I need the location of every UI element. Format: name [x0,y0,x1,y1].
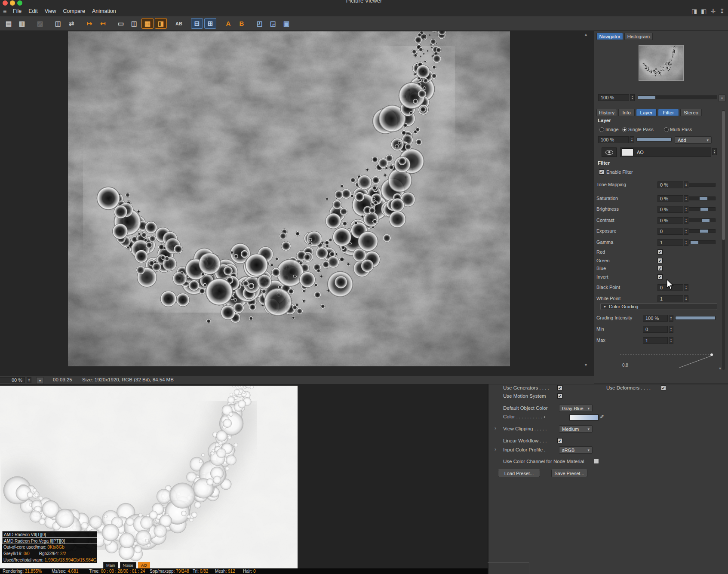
image-viewport[interactable]: ▴ ▾ [0,31,594,376]
load-preset-button[interactable]: Load Preset... [498,470,540,477]
menu-hamburger-icon[interactable]: ≡ [0,8,9,15]
tab-history[interactable]: History [596,109,617,116]
filter-contrast-stepper[interactable] [684,217,688,224]
radio-multi-pass[interactable] [664,127,669,132]
move-to-a-icon[interactable]: ↦ [83,18,95,29]
slider-thumb[interactable] [700,208,708,211]
layer-opacity-slider[interactable] [636,138,672,141]
close-window-button[interactable] [3,0,8,6]
menu-compare[interactable]: Compare [60,8,89,14]
attr-use-color-channel-for-node-material-checkbox[interactable] [594,459,599,464]
menu-edit[interactable]: Edit [25,8,41,14]
tab-filter[interactable]: Filter [658,109,679,116]
pan-arrows-icon[interactable]: ✛ [711,8,716,15]
toggle-layout-icon[interactable]: ◧ [701,8,706,15]
save-image-icon[interactable]: ↧ [719,8,725,15]
rendered-image[interactable] [68,31,510,366]
layer-visibility-toggle[interactable] [602,147,617,157]
navigator-zoom-stepper[interactable] [630,94,635,101]
view-single-icon[interactable]: ▭ [115,18,127,29]
radio-image[interactable] [599,127,604,132]
slider-thumb[interactable] [702,219,710,222]
attr-default-object-color-dropdown[interactable]: Gray-Blue [559,405,593,412]
filter-tone-mapping-slider[interactable] [689,183,716,187]
panel-scrollbar-thumb[interactable] [722,111,725,240]
toggle-right-panel-icon[interactable]: ◨ [691,8,697,15]
grading-scroll-down-icon[interactable]: ▾ [719,366,721,371]
save-file-icon[interactable]: ▥ [16,18,28,29]
panel-scroll-down-icon[interactable]: ▾ [585,363,587,367]
grading-max-stepper[interactable] [669,337,673,344]
tab-histogram[interactable]: Histogram [624,33,653,40]
ab-compare-icon[interactable]: AB [173,18,185,29]
tab-info[interactable]: Info [618,109,635,116]
filter-gamma-value[interactable]: 1 [657,239,683,246]
viewer-zoom-stepper[interactable] [27,377,31,383]
filter-brightness-slider[interactable] [689,207,716,211]
sync-views-icon[interactable]: ◫ [52,18,64,29]
radio-single-pass[interactable] [622,127,627,132]
curve-point[interactable] [710,353,713,356]
view-split-icon[interactable]: ◫ [128,18,140,29]
swap-views-icon[interactable]: ⇄ [65,18,77,29]
layer-opacity-stepper[interactable] [630,136,634,143]
grading-min-value[interactable]: 0 [643,326,668,333]
expander-icon[interactable] [495,447,496,452]
filter-gamma-stepper[interactable] [684,239,688,246]
eyedropper-icon[interactable] [599,414,604,420]
grading-curve[interactable]: 0.8 [619,345,717,371]
render-pass-tab-main[interactable]: Main [103,562,118,568]
tab-layer[interactable]: Layer [636,109,657,116]
split-vertical-icon[interactable]: ⊞ [204,18,216,29]
white-point-value[interactable]: 1 [657,295,683,302]
channel-invert-checkbox[interactable]: ✓ [657,274,663,279]
link-view-b-icon[interactable]: ◲ [267,18,279,29]
panel-scrollbar[interactable] [722,110,725,370]
layer-opacity-value[interactable]: 100 % [598,136,629,143]
menu-view[interactable]: View [41,8,60,14]
render-pass-tab-noise[interactable]: Noise [120,562,136,568]
attr-linear-workflow-checkbox[interactable]: ✓ [557,438,562,443]
filter-tone-mapping-stepper[interactable] [684,181,688,188]
expander-icon[interactable] [495,426,496,431]
attr-use-motion-system-checkbox[interactable]: ✓ [557,393,562,399]
filter-saturation-stepper[interactable] [684,195,688,202]
attr-use-deformers-checkbox[interactable]: ✓ [661,385,666,390]
attr-use-generators-checkbox[interactable]: ✓ [557,385,562,390]
render-disabled-icon[interactable]: ▨ [34,18,46,29]
tab-navigator[interactable]: Navigator [596,33,623,40]
render-pass-tab-ao[interactable]: AO [138,562,150,568]
filter-exposure-slider[interactable] [689,229,716,233]
channel-green-checkbox[interactable]: ✓ [657,258,663,263]
layer-add-dropdown[interactable]: Add [675,136,712,144]
slider-thumb[interactable] [700,230,708,233]
filter-brightness-value[interactable]: 0 % [657,206,683,213]
color-swatch[interactable] [569,414,599,421]
save-preset-button[interactable]: Save Preset... [551,470,587,477]
filter-gamma-slider[interactable] [689,240,716,244]
layer-list-scroll[interactable] [712,148,717,155]
viewer-zoom-dropdown[interactable] [36,377,44,384]
navigator-zoom-value[interactable]: 100 % [598,94,629,101]
channel-blue-checkbox[interactable]: ✓ [657,266,663,271]
version-b-icon[interactable]: B [236,18,248,29]
grading-grading-intensity-slider[interactable] [675,316,716,320]
filter-tone-mapping-value[interactable]: 0 % [657,181,683,188]
grading-grading-intensity-stepper[interactable] [669,315,673,322]
viewer-zoom-value[interactable]: 00 % [0,377,25,383]
color-grading-header[interactable]: Color Grading [600,303,717,310]
move-to-b-icon[interactable]: ↤ [97,18,109,29]
grading-max-value[interactable]: 1 [643,337,668,344]
grading-grading-intensity-value[interactable]: 100 % [643,315,668,322]
grading-min-stepper[interactable] [669,326,673,333]
slider-thumb[interactable] [700,197,707,200]
split-horizontal-icon[interactable]: ⊟ [191,18,203,29]
minimize-window-button[interactable] [10,0,15,6]
link-view-a-icon[interactable]: ◰ [254,18,266,29]
tab-stereo[interactable]: Stereo [680,109,702,116]
attr-view-clipping-dropdown[interactable]: Medium [559,425,593,433]
filter-contrast-slider[interactable] [689,218,716,222]
white-point-stepper[interactable] [684,295,688,302]
zoom-window-button[interactable] [17,0,22,6]
navigator-zoom-slider[interactable] [638,95,717,99]
